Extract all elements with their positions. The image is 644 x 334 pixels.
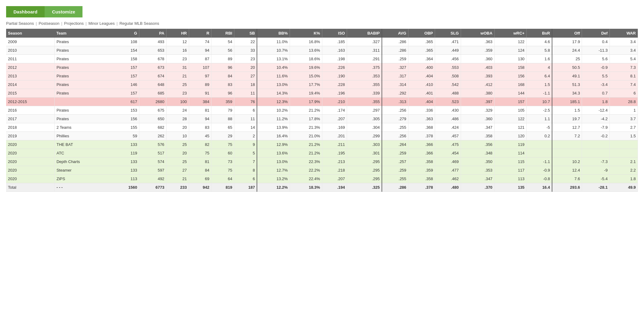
- cell-iso: .196: [322, 89, 347, 98]
- cell-team: ZiPS: [54, 175, 112, 183]
- col-header-team: Team: [54, 29, 112, 38]
- season-filter-item[interactable]: Minor Leagues: [88, 21, 115, 26]
- cell-pa: 492: [139, 175, 166, 183]
- cell-team: Pirates: [54, 72, 112, 80]
- cell-iso: .218: [322, 166, 347, 175]
- cell-bb-: 13.2%: [257, 175, 290, 183]
- col-header-season: Season: [6, 29, 54, 38]
- cell-g: 156: [112, 115, 139, 123]
- cell-woba: .393: [461, 72, 494, 80]
- cell-pa: 2680: [139, 98, 166, 106]
- cell-def: 0.7: [582, 89, 609, 98]
- cell-r: 91: [189, 89, 211, 98]
- cell-avg: .314: [382, 80, 408, 89]
- cell-bb-: 11.2%: [257, 115, 290, 123]
- cell-avg: .286: [382, 183, 408, 192]
- cell-off: 1.5: [552, 106, 582, 115]
- cell-pa: 682: [139, 123, 166, 132]
- cell-r: 74: [189, 38, 211, 46]
- cell-rbi: 65: [211, 123, 234, 132]
- filter-separator: |: [86, 21, 86, 26]
- cell-sb: 18: [234, 80, 257, 89]
- cell-slg: .508: [435, 72, 461, 80]
- cell-bsr: -1.1: [526, 89, 552, 98]
- cell-avg: .256: [382, 106, 408, 115]
- cell-r: 84: [189, 166, 211, 175]
- cell-babip: .295: [347, 166, 382, 175]
- cell-wrc-: 115: [494, 158, 526, 166]
- season-filter-item[interactable]: Regular MLB Seasons: [119, 21, 159, 26]
- cell-slg: .553: [435, 63, 461, 72]
- cell-wrc-: 122: [494, 115, 526, 123]
- cell-season: 2009: [6, 38, 54, 46]
- cell-def: -4.2: [582, 115, 609, 123]
- cell-sb: 6: [234, 175, 257, 183]
- cell-bb-: 11.6%: [257, 72, 290, 80]
- cell-team: Steamer: [54, 166, 112, 175]
- cell-season: 2020: [6, 166, 54, 175]
- cell-k-: 17.7%: [290, 80, 322, 89]
- cell-def: -0.2: [582, 132, 609, 140]
- cell-woba: .370: [461, 183, 494, 192]
- cell-team: 2 Teams: [54, 123, 112, 132]
- cell-off: 34.3: [552, 89, 582, 98]
- cell-babip: .305: [347, 115, 382, 123]
- cell-bb-: 12.2%: [257, 183, 290, 192]
- table-row: 2020ATC119517207560513.6%21.2%.195.301.2…: [6, 149, 638, 158]
- season-filter-item[interactable]: Postseason: [38, 21, 59, 26]
- cell-slg: .430: [435, 106, 461, 115]
- season-filter-item[interactable]: Projections: [64, 21, 84, 26]
- cell-r: 75: [189, 149, 211, 158]
- cell-rbi: 73: [211, 158, 234, 166]
- cell-bsr: 4: [526, 63, 552, 72]
- table-row: 2012-201561726801003843597612.3%17.9%.21…: [6, 98, 638, 106]
- cell-babip: .299: [347, 132, 382, 140]
- cell-def: -11.3: [582, 46, 609, 55]
- cell-r: 45: [189, 132, 211, 140]
- cell-def: 5.5: [582, 72, 609, 80]
- customize-tab[interactable]: Customize: [45, 6, 82, 17]
- cell-team: Pirates: [54, 115, 112, 123]
- cell-obp: .363: [408, 115, 435, 123]
- cell-g: 154: [112, 46, 139, 55]
- table-row: 2020ZiPS113492216964613.2%22.4%.207.295.…: [6, 175, 638, 183]
- season-filter-item[interactable]: Partial Seasons: [6, 21, 34, 26]
- cell-k-: 17.9%: [290, 98, 322, 106]
- cell-sb: 23: [234, 55, 257, 63]
- cell-sb: 7: [234, 158, 257, 166]
- cell-wrc-: 144: [494, 89, 526, 98]
- cell-woba: .359: [461, 46, 494, 55]
- cell-avg: .255: [382, 175, 408, 183]
- cell-season: 2019: [6, 132, 54, 140]
- cell-obp: .410: [408, 80, 435, 89]
- cell-k-: 21.2%: [290, 106, 322, 115]
- cell-avg: .255: [382, 123, 408, 132]
- cell-rbi: 96: [211, 89, 234, 98]
- dashboard-tab[interactable]: Dashboard: [6, 6, 45, 17]
- col-header-iso: ISO: [322, 29, 347, 38]
- cell-rbi: 79: [211, 106, 234, 115]
- cell-bsr: -0.8: [526, 175, 552, 183]
- cell-avg: .264: [382, 140, 408, 149]
- cell-babip: .304: [347, 123, 382, 132]
- cell-hr: 233: [166, 183, 189, 192]
- cell-avg: .279: [382, 115, 408, 123]
- cell-team: Pirates: [54, 89, 112, 98]
- table-row: 2014Pirates1466482589831813.0%17.7%.228.…: [6, 80, 638, 89]
- table-row: 2013Pirates1576742197842711.6%15.0%.190.…: [6, 72, 638, 80]
- cell-off: 12.4: [552, 166, 582, 175]
- cell-wrc-: 105: [494, 106, 526, 115]
- cell-off: 17.9: [552, 38, 582, 46]
- cell-bb-: 14.3%: [257, 89, 290, 98]
- cell-obp: .358: [408, 158, 435, 166]
- cell-iso: .210: [322, 98, 347, 106]
- cell-off: 24.4: [552, 46, 582, 55]
- cell-obp: .400: [408, 63, 435, 72]
- cell-iso: .213: [322, 158, 347, 166]
- cell-hr: 28: [166, 115, 189, 123]
- cell-sb: 76: [234, 98, 257, 106]
- filter-separator: |: [61, 21, 62, 26]
- cell-hr: 12: [166, 38, 189, 46]
- cell-iso: .163: [322, 46, 347, 55]
- cell-war: 3.4: [609, 46, 638, 55]
